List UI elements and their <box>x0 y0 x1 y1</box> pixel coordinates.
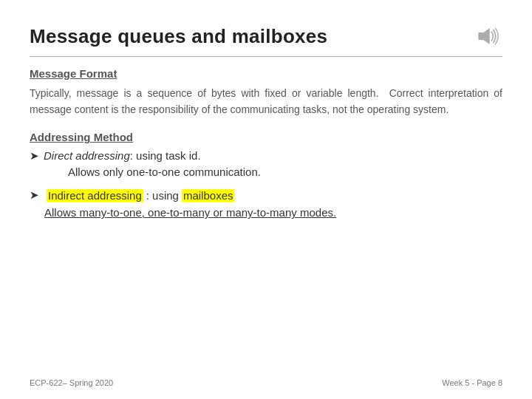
slide-title: Message queues and mailboxes <box>30 25 327 48</box>
svg-rect-0 <box>478 33 483 40</box>
indirect-addressing-highlight: Indirect addressing <box>47 189 143 202</box>
footer: ECP-622– Spring 2020 Week 5 - Page 8 <box>30 378 502 387</box>
bullet-direct-text: Direct addressing: using task id. <box>44 149 201 162</box>
bullet-arrow-2: ➤ <box>30 188 39 202</box>
section1-block: Message Format Typically, message is a s… <box>30 67 502 117</box>
sub-bullet-direct: Allows only one-to-one communication. <box>68 166 502 178</box>
direct-addressing-label: Direct addressing <box>44 149 130 162</box>
footer-left: ECP-622– Spring 2020 <box>30 378 113 387</box>
title-row: Message queues and mailboxes <box>30 22 502 50</box>
svg-marker-1 <box>483 28 490 44</box>
slide: Message queues and mailboxes Message For… <box>0 0 532 399</box>
bullet-indirect-middle: : using <box>146 189 179 202</box>
divider <box>30 56 502 57</box>
sub-bullet-indirect: Allows many-to-one, one-to-many or many-… <box>44 206 502 219</box>
speaker-icon <box>474 22 502 50</box>
section2-heading: Addressing Method <box>30 131 502 143</box>
addressing-section: Addressing Method ➤ Direct addressing: u… <box>30 131 502 219</box>
bullet-arrow-1: ➤ <box>30 149 39 163</box>
section1-body: Typically, message is a sequence of byte… <box>30 86 502 117</box>
footer-right: Week 5 - Page 8 <box>442 378 502 387</box>
section1-heading: Message Format <box>30 67 502 80</box>
mailboxes-highlight: mailboxes <box>182 189 235 202</box>
bullet-direct: ➤ Direct addressing: using task id. <box>30 149 502 163</box>
bullet-indirect: ➤ Indirect addressing : using mailboxes <box>30 188 502 202</box>
